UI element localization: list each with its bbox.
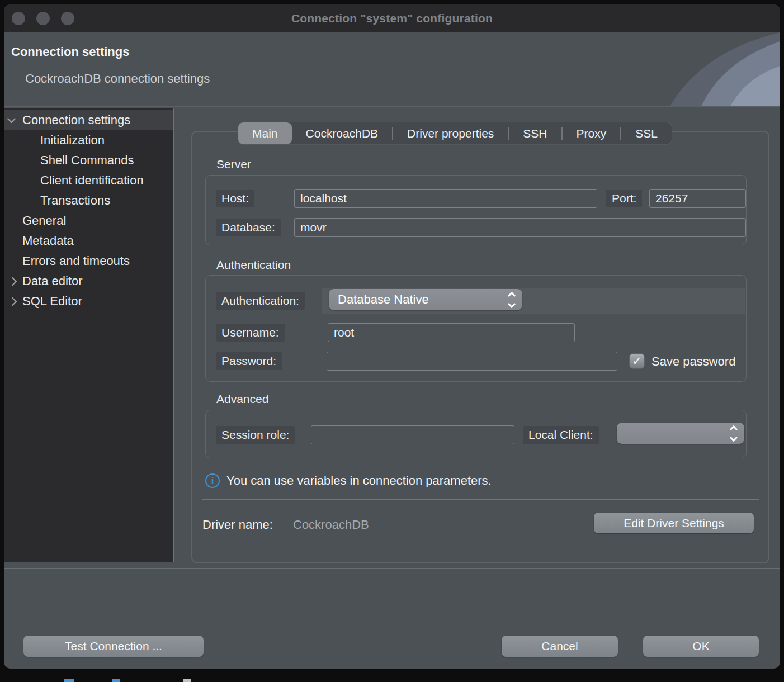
sidebar-item-label: SQL Editor bbox=[22, 291, 82, 311]
sidebar-item-label: Errors and timeouts bbox=[22, 251, 130, 271]
sidebar-item-metadata[interactable]: Metadata bbox=[4, 231, 173, 251]
close-window-button[interactable] bbox=[12, 12, 25, 25]
sidebar-tree: Connection settingsInitializationShell C… bbox=[4, 108, 174, 562]
tab-driver-properties[interactable]: Driver properties bbox=[393, 122, 508, 144]
sidebar-item-data-editor[interactable]: Data editor bbox=[4, 271, 173, 291]
authentication-label: Authentication: bbox=[216, 292, 305, 310]
sidebar-item-label: Metadata bbox=[22, 231, 74, 251]
test-connection-button[interactable]: Test Connection ... bbox=[23, 636, 204, 657]
chevron-updown-icon bbox=[731, 427, 736, 441]
sidebar-item-general[interactable]: General bbox=[4, 211, 173, 231]
zoom-window-button[interactable] bbox=[61, 12, 74, 25]
connection-configuration-dialog: Connection "system" configuration Connec… bbox=[4, 4, 780, 669]
local-client-select[interactable] bbox=[617, 423, 744, 444]
advanced-group: Session role: Local Client: bbox=[205, 410, 747, 458]
sidebar-item-label: Shell Commands bbox=[40, 150, 134, 170]
desktop-peek bbox=[112, 679, 120, 682]
sidebar-item-label: Client identification bbox=[40, 170, 144, 191]
driver-name-label: Driver name: bbox=[202, 518, 273, 532]
cancel-button[interactable]: Cancel bbox=[502, 636, 618, 657]
sidebar-item-label: Transactions bbox=[40, 191, 110, 211]
chevron-down-icon[interactable] bbox=[7, 115, 16, 124]
sidebar-item-label: Initialization bbox=[40, 130, 105, 150]
advanced-legend: Advanced bbox=[216, 392, 268, 406]
session-role-label: Session role: bbox=[216, 426, 295, 444]
traffic-lights bbox=[12, 12, 74, 25]
tab-ssl[interactable]: SSL bbox=[621, 122, 672, 144]
sidebar-item-shell-commands[interactable]: Shell Commands bbox=[4, 150, 173, 170]
ok-button[interactable]: OK bbox=[643, 636, 759, 657]
chevron-right-icon[interactable] bbox=[8, 277, 17, 286]
minimize-window-button[interactable] bbox=[36, 12, 50, 25]
host-label: Host: bbox=[216, 190, 254, 207]
footer-divider bbox=[4, 568, 780, 569]
authentication-select[interactable]: Database Native bbox=[329, 289, 522, 310]
host-input[interactable] bbox=[294, 189, 597, 208]
server-legend: Server bbox=[216, 158, 251, 171]
sidebar-item-client-identification[interactable]: Client identification bbox=[4, 170, 173, 191]
driver-name-value: CockroachDB bbox=[293, 518, 369, 532]
port-input[interactable] bbox=[649, 189, 746, 208]
sidebar-item-initialization[interactable]: Initialization bbox=[4, 130, 173, 150]
sidebar-item-connection-settings[interactable]: Connection settings bbox=[4, 110, 173, 130]
tab-bar: MainCockroachDBDriver propertiesSSHProxy… bbox=[238, 122, 672, 145]
info-message: You can use variables in connection para… bbox=[226, 473, 492, 488]
sidebar-item-sql-editor[interactable]: SQL Editor bbox=[4, 291, 173, 311]
database-input[interactable] bbox=[294, 218, 746, 237]
username-input[interactable] bbox=[328, 323, 575, 342]
tab-main[interactable]: Main bbox=[238, 122, 292, 144]
authentication-selected-value: Database Native bbox=[329, 292, 509, 307]
tab-cockroachdb[interactable]: CockroachDB bbox=[292, 122, 393, 144]
database-label: Database: bbox=[216, 219, 281, 236]
port-label: Port: bbox=[606, 190, 642, 207]
info-icon: i bbox=[205, 473, 220, 488]
main-settings-panel: Server Host: Port: Database: Authenticat… bbox=[191, 131, 769, 563]
header-decoration bbox=[660, 32, 780, 106]
password-label: Password: bbox=[216, 352, 282, 370]
page-subtitle: CockroachDB connection settings bbox=[25, 72, 210, 86]
edit-driver-settings-button[interactable]: Edit Driver Settings bbox=[594, 513, 754, 533]
wizard-header: Connection settings CockroachDB connecti… bbox=[4, 32, 780, 107]
desktop-peek bbox=[183, 679, 191, 682]
tab-proxy[interactable]: Proxy bbox=[563, 122, 621, 144]
server-group: Host: Port: Database: bbox=[205, 175, 747, 245]
sidebar-item-transactions[interactable]: Transactions bbox=[4, 191, 173, 211]
window-titlebar[interactable]: Connection "system" configuration bbox=[4, 4, 780, 32]
authentication-legend: Authentication bbox=[216, 258, 291, 272]
chevron-right-icon[interactable] bbox=[8, 297, 17, 306]
save-password-label: Save password bbox=[651, 354, 735, 369]
desktop-peek bbox=[64, 679, 74, 682]
sidebar-item-label: General bbox=[22, 211, 66, 231]
chevron-updown-icon bbox=[509, 293, 514, 307]
username-label: Username: bbox=[216, 324, 285, 342]
checkmark-icon: ✓ bbox=[632, 354, 642, 368]
sidebar-item-errors-and-timeouts[interactable]: Errors and timeouts bbox=[4, 251, 173, 271]
window-title: Connection "system" configuration bbox=[291, 12, 493, 25]
sidebar-item-label: Connection settings bbox=[22, 110, 130, 130]
authentication-group: Authentication: Database Native Username… bbox=[205, 275, 747, 382]
session-role-input[interactable] bbox=[311, 425, 514, 444]
tab-ssh[interactable]: SSH bbox=[509, 122, 561, 144]
save-password-checkbox[interactable]: ✓ bbox=[629, 353, 645, 369]
password-input[interactable] bbox=[327, 352, 617, 371]
panel-divider bbox=[202, 499, 759, 500]
local-client-label: Local Client: bbox=[523, 426, 599, 444]
sidebar-item-label: Data editor bbox=[22, 271, 83, 291]
page-title: Connection settings bbox=[11, 45, 129, 59]
